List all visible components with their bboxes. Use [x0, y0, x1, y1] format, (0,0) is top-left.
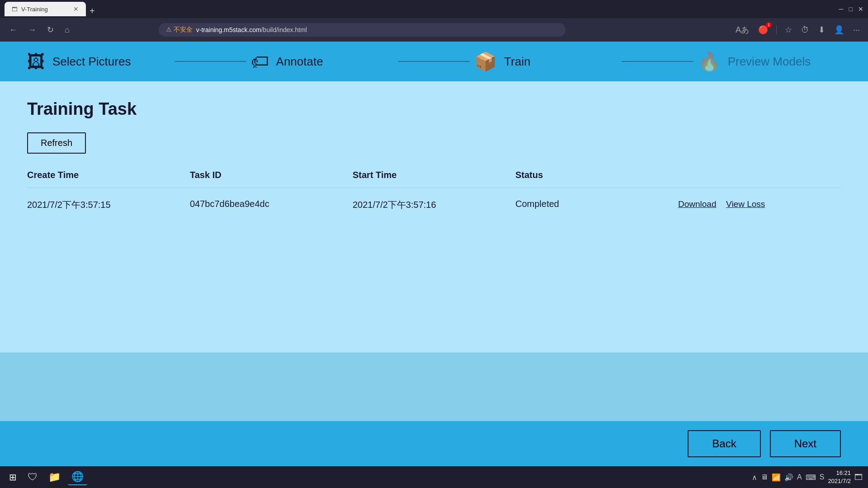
antivirus-icon[interactable]: S	[820, 473, 825, 481]
browser-toolbar: Aあ 🔴1 ☆ ⏱ ⬇ 👤 ···	[733, 23, 863, 37]
settings-icon[interactable]: ···	[850, 23, 863, 37]
close-button[interactable]: ✕	[858, 5, 863, 13]
col-status: Status	[515, 170, 678, 180]
preview-models-icon: 🔥	[698, 51, 721, 72]
page-title: Training Task	[27, 99, 841, 119]
network-icon[interactable]: 🖥	[761, 473, 768, 481]
history-icon[interactable]: ⏱	[798, 23, 812, 37]
cell-status: Completed	[515, 199, 678, 211]
col-task-id: Task ID	[190, 170, 353, 180]
step-separator-3	[622, 61, 693, 62]
security-warning-icon: ⚠ 不安全	[166, 26, 193, 34]
step-preview-models[interactable]: 🔥 Preview Models	[698, 51, 841, 72]
downloads-icon[interactable]: ⬇	[816, 23, 828, 37]
back-button[interactable]: ←	[5, 23, 21, 37]
step-annotate[interactable]: 🏷 Annotate	[251, 52, 394, 72]
minimize-button[interactable]: ─	[839, 5, 844, 13]
refresh-button[interactable]: Refresh	[27, 132, 86, 154]
taskbar-shield-icon[interactable]: 🛡	[24, 469, 41, 485]
forward-button[interactable]: →	[24, 23, 40, 37]
annotate-icon: 🏷	[251, 52, 269, 72]
start-button[interactable]: ⊞	[5, 470, 20, 484]
cell-start-time: 2021/7/2下午3:57:16	[353, 199, 515, 211]
browser-titlebar: 🗔 V-Training ✕ + ─ □ ✕	[0, 0, 868, 18]
tab-favicon: 🗔	[12, 6, 18, 13]
url-domain: v-training.m5stack.com	[196, 26, 261, 33]
url-text: v-training.m5stack.com/build/index.html	[196, 26, 558, 33]
favorites-icon[interactable]: ☆	[782, 23, 795, 37]
taskbar-edge-icon[interactable]: 🌐	[68, 469, 87, 485]
system-clock[interactable]: 16:21 2021/7/2	[828, 469, 851, 485]
train-icon: 📦	[474, 51, 497, 72]
new-tab-button[interactable]: +	[90, 6, 95, 16]
cell-actions: Download View Loss	[678, 199, 841, 211]
main-content: Training Task Refresh Create Time Task I…	[0, 81, 868, 352]
wifi-icon[interactable]: 📶	[772, 473, 781, 482]
active-tab[interactable]: 🗔 V-Training ✕	[5, 2, 86, 16]
tab-title: V-Training	[21, 6, 48, 13]
table-row: 2021/7/2下午3:57:15 047bc7d6bea9e4dc 2021/…	[27, 188, 841, 222]
cell-create-time: 2021/7/2下午3:57:15	[27, 199, 190, 211]
step-train-label: Train	[504, 55, 530, 69]
keyboard-icon[interactable]: ⌨	[806, 473, 816, 482]
address-input[interactable]: ⚠ 不安全 v-training.m5stack.com/build/index…	[159, 23, 566, 37]
task-table: Create Time Task ID Start Time Status 20…	[27, 170, 841, 222]
clock-date: 2021/7/2	[828, 477, 851, 485]
step-annotate-label: Annotate	[276, 55, 323, 69]
col-actions	[678, 170, 841, 180]
tab-close-button[interactable]: ✕	[73, 5, 79, 13]
ime-icon[interactable]: A	[797, 473, 802, 481]
address-bar: ← → ↻ ⌂ ⚠ 不安全 v-training.m5stack.com/bui…	[0, 18, 868, 42]
step-select-pictures-label: Select Pictures	[52, 55, 131, 69]
table-header: Create Time Task ID Start Time Status	[27, 170, 841, 188]
col-start-time: Start Time	[353, 170, 515, 180]
taskbar: ⊞ 🛡 📁 🌐 ∧ 🖥 📶 🔊 A ⌨ S 16:21 2021/7/2 🗔	[0, 466, 868, 488]
home-button[interactable]: ⌂	[61, 23, 73, 37]
chevron-up-icon[interactable]: ∧	[752, 473, 757, 482]
window-controls: ─ □ ✕	[839, 5, 863, 13]
toolbar-divider	[776, 25, 777, 34]
view-loss-link[interactable]: View Loss	[726, 199, 765, 209]
download-link[interactable]: Download	[678, 199, 717, 209]
col-create-time: Create Time	[27, 170, 190, 180]
clock-time: 16:21	[828, 469, 851, 477]
system-tray: ∧ 🖥 📶 🔊 A ⌨ S	[752, 473, 824, 482]
cell-task-id: 047bc7d6bea9e4dc	[190, 199, 353, 211]
taskbar-folder-icon[interactable]: 📁	[45, 469, 64, 485]
back-button[interactable]: Back	[688, 430, 760, 457]
notification-button[interactable]: 🗔	[854, 473, 863, 482]
volume-icon[interactable]: 🔊	[784, 473, 793, 482]
badge-count: 1	[766, 22, 772, 28]
app-footer: Back Next	[0, 421, 868, 466]
tab-area: 🗔 V-Training ✕ +	[5, 2, 828, 16]
step-preview-models-label: Preview Models	[728, 55, 811, 69]
step-separator-1	[175, 61, 246, 62]
next-button[interactable]: Next	[770, 430, 841, 457]
maximize-button[interactable]: □	[849, 5, 853, 13]
profile-icon[interactable]: 👤	[831, 23, 847, 37]
step-select-pictures[interactable]: 🖼 Select Pictures	[27, 52, 170, 72]
extension-icon[interactable]: 🔴1	[755, 23, 771, 37]
url-path: /build/index.html	[261, 26, 307, 33]
translate-icon[interactable]: Aあ	[733, 23, 752, 37]
step-train[interactable]: 📦 Train	[474, 51, 617, 72]
select-pictures-icon: 🖼	[27, 52, 45, 72]
app-header: 🖼 Select Pictures 🏷 Annotate 📦 Train 🔥 P…	[0, 42, 868, 81]
step-separator-2	[398, 61, 470, 62]
refresh-button[interactable]: ↻	[43, 23, 57, 37]
